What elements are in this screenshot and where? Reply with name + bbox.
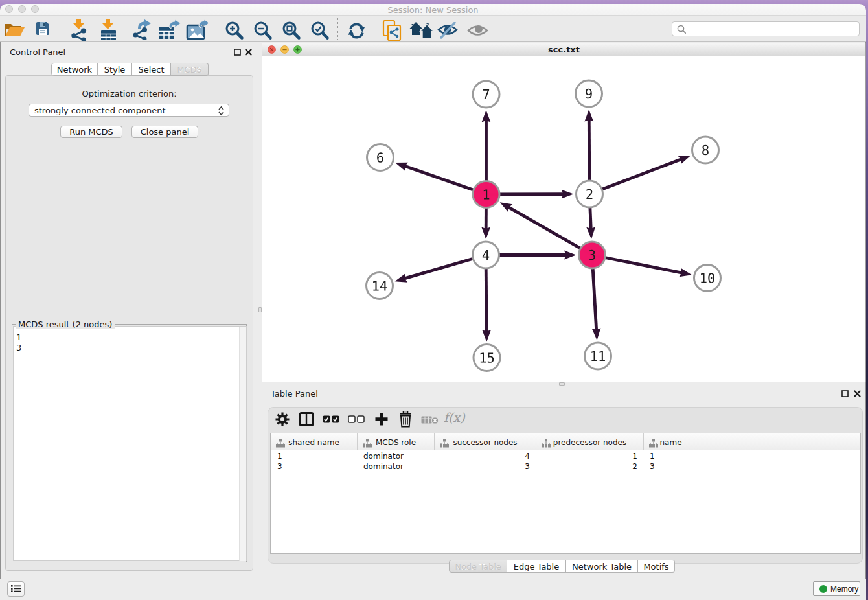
unselect-all-icon — [348, 416, 365, 426]
cell-predecessor-nodes: 1 — [536, 451, 644, 461]
graph-node-3[interactable] — [579, 242, 606, 268]
node-table[interactable]: shared nameMCDS rolesuccessor nodesprede… — [270, 433, 861, 554]
graph-node-11[interactable] — [585, 343, 611, 369]
edge-arrowhead — [562, 190, 574, 199]
graph-node-4[interactable] — [473, 242, 499, 268]
float-window-icon — [233, 48, 242, 56]
search-input[interactable] — [688, 23, 855, 35]
zoom-in-icon — [224, 33, 245, 43]
graph-node-7[interactable] — [473, 81, 499, 108]
control-panel-close-button[interactable] — [244, 48, 253, 56]
window-title: Session: New Session — [0, 5, 866, 15]
table-row[interactable]: 3dominator323 — [271, 461, 860, 472]
graph-node-10[interactable] — [694, 265, 721, 292]
edge-arrowhead — [564, 251, 577, 260]
function-builder-button[interactable]: f(x) — [444, 410, 465, 424]
graph-node-1[interactable] — [473, 181, 499, 208]
open-file-button[interactable] — [3, 19, 25, 41]
tab-mcds[interactable]: MCDS — [171, 63, 209, 76]
table-gear-button[interactable] — [275, 411, 290, 429]
zoom-fit-icon — [281, 33, 302, 43]
task-history-button[interactable] — [7, 581, 25, 597]
open-file-icon — [3, 31, 25, 41]
zoom-out-icon — [253, 33, 273, 43]
edge-2-8[interactable] — [589, 159, 681, 194]
cell-shared-name: 3 — [271, 461, 358, 472]
mcds-result-list[interactable]: 13 — [13, 326, 247, 561]
graph-node-2[interactable] — [577, 181, 603, 207]
search-icon — [676, 24, 687, 35]
graph-node-9[interactable] — [576, 80, 602, 107]
status-bar — [0, 579, 866, 600]
refresh-icon — [347, 33, 367, 43]
result-scrollbar[interactable] — [239, 327, 246, 561]
import-network-button[interactable] — [69, 19, 89, 43]
edge-arrowhead — [586, 227, 595, 239]
table-panel-float-button[interactable] — [841, 389, 849, 398]
add-column-button[interactable] — [374, 412, 389, 428]
edge-arrowhead — [482, 330, 491, 342]
table-header-row: shared nameMCDS rolesuccessor nodesprede… — [271, 433, 860, 450]
home-button[interactable] — [409, 21, 434, 41]
export-image-button[interactable] — [186, 19, 209, 42]
plus-icon — [374, 419, 389, 428]
run-mcds-button[interactable]: Run MCDS — [60, 126, 122, 138]
graph-node-8[interactable] — [692, 137, 719, 163]
column-header-shared-name[interactable]: shared name — [271, 433, 358, 450]
column-header-MCDS-role[interactable]: MCDS role — [358, 433, 435, 450]
tab-style[interactable]: Style — [98, 63, 132, 76]
optimization-criterion-label: Optimization criterion: — [5, 89, 253, 98]
zoom-fit-button[interactable] — [281, 20, 302, 43]
edge-3-1[interactable] — [508, 207, 592, 255]
main-toolbar — [0, 16, 866, 42]
zoom-selected-button[interactable] — [310, 20, 330, 43]
function-icon: f(x) — [444, 410, 465, 424]
tab-motifs[interactable]: Motifs — [638, 560, 675, 573]
tab-edge-table[interactable]: Edge Table — [507, 560, 566, 573]
zoom-in-button[interactable] — [224, 20, 245, 43]
column-header-name[interactable]: name — [644, 433, 698, 450]
edge-arrowhead — [481, 227, 490, 239]
delete-column-button[interactable] — [398, 411, 413, 430]
network-canvas[interactable] — [262, 57, 865, 382]
import-table-icon — [98, 33, 119, 43]
export-table-button[interactable] — [157, 19, 181, 42]
optimization-criterion-select[interactable]: strongly connected component — [29, 104, 229, 117]
toolbar-separator — [374, 18, 374, 40]
hide-panel-icon — [437, 31, 460, 41]
show-panel-button[interactable] — [467, 23, 488, 40]
memory-button[interactable]: Memory — [813, 581, 860, 596]
column-header-successor-nodes[interactable]: successor nodes — [435, 433, 536, 450]
cell-successor-nodes: 3 — [435, 461, 536, 472]
horizontal-splitter-grip[interactable] — [559, 382, 565, 386]
tab-node-table[interactable]: Node Table — [449, 560, 507, 573]
network-from-file-button[interactable] — [382, 19, 402, 43]
close-panel-button[interactable]: Close panel — [131, 126, 198, 138]
graph-node-6[interactable] — [367, 144, 394, 171]
tab-network-table[interactable]: Network Table — [566, 560, 638, 573]
zoom-out-button[interactable] — [253, 20, 273, 43]
table-panel-title: Table Panel — [271, 389, 318, 398]
split-columns-icon — [299, 419, 314, 428]
refresh-button[interactable] — [347, 21, 367, 43]
search-field — [672, 21, 860, 36]
select-all-button[interactable] — [323, 415, 339, 426]
graph-node-14[interactable] — [367, 273, 393, 299]
list-icon — [10, 584, 21, 594]
delete-table-button[interactable] — [421, 415, 439, 426]
export-network-button[interactable] — [130, 19, 152, 42]
control-panel-float-button[interactable] — [233, 48, 242, 56]
import-table-button[interactable] — [98, 19, 119, 43]
split-columns-button[interactable] — [299, 412, 314, 428]
graph-node-15[interactable] — [474, 345, 500, 371]
import-network-icon — [69, 33, 89, 43]
save-session-button[interactable] — [34, 20, 51, 39]
unselect-all-button[interactable] — [348, 415, 365, 426]
tab-select[interactable]: Select — [132, 63, 171, 76]
table-panel-close-button[interactable] — [853, 389, 862, 398]
zoom-selected-icon — [310, 33, 330, 43]
column-header-predecessor-nodes[interactable]: predecessor nodes — [536, 433, 644, 450]
tab-network[interactable]: Network — [51, 63, 98, 76]
hide-panel-button[interactable] — [437, 22, 460, 41]
table-row[interactable]: 1dominator411 — [271, 451, 860, 461]
